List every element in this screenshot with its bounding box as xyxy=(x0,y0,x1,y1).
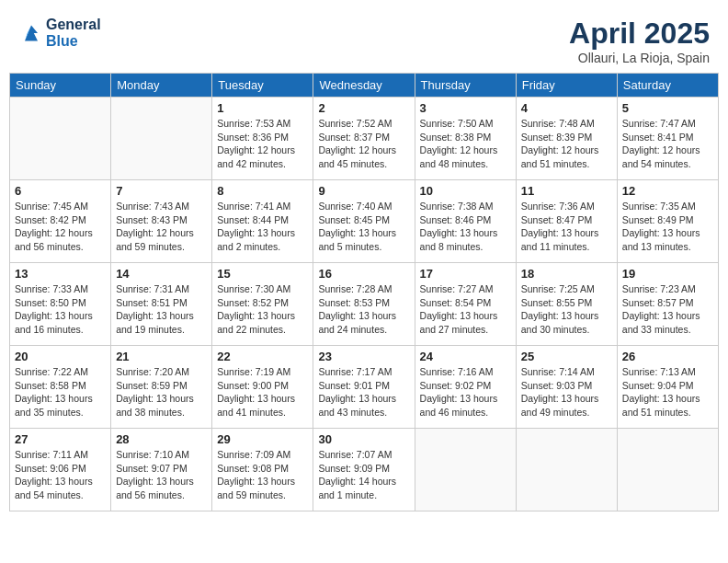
day-info: Sunrise: 7:53 AM Sunset: 8:36 PM Dayligh… xyxy=(217,117,308,171)
day-info: Sunrise: 7:25 AM Sunset: 8:55 PM Dayligh… xyxy=(521,282,612,337)
calendar-cell xyxy=(10,98,111,180)
day-info: Sunrise: 7:14 AM Sunset: 9:03 PM Dayligh… xyxy=(521,365,612,419)
day-header-thursday: Thursday xyxy=(415,74,516,98)
day-header-wednesday: Wednesday xyxy=(313,74,415,98)
day-number: 7 xyxy=(116,184,207,198)
calendar-cell: 23Sunrise: 7:17 AM Sunset: 9:01 PM Dayli… xyxy=(313,346,415,429)
day-number: 3 xyxy=(420,101,511,115)
day-number: 24 xyxy=(420,350,511,363)
day-number: 13 xyxy=(15,267,106,281)
day-info: Sunrise: 7:28 AM Sunset: 8:53 PM Dayligh… xyxy=(318,282,409,337)
calendar-cell: 26Sunrise: 7:13 AM Sunset: 9:04 PM Dayli… xyxy=(617,346,718,429)
page-header: General Blue April 2025 Ollauri, La Rioj… xyxy=(9,9,719,69)
day-number: 9 xyxy=(318,184,409,198)
calendar-cell: 9Sunrise: 7:40 AM Sunset: 8:45 PM Daylig… xyxy=(313,180,415,263)
day-info: Sunrise: 7:43 AM Sunset: 8:43 PM Dayligh… xyxy=(116,200,207,254)
day-number: 11 xyxy=(521,184,612,198)
day-info: Sunrise: 7:10 AM Sunset: 9:07 PM Dayligh… xyxy=(116,448,207,502)
calendar-cell: 30Sunrise: 7:07 AM Sunset: 9:09 PM Dayli… xyxy=(313,429,415,511)
calendar-cell: 15Sunrise: 7:30 AM Sunset: 8:52 PM Dayli… xyxy=(212,263,313,346)
day-number: 25 xyxy=(521,350,612,363)
logo: General Blue xyxy=(18,17,101,50)
logo-icon xyxy=(18,20,44,46)
location: Ollauri, La Rioja, Spain xyxy=(569,51,710,65)
calendar-cell: 20Sunrise: 7:22 AM Sunset: 8:58 PM Dayli… xyxy=(10,346,111,429)
svg-marker-0 xyxy=(25,26,38,41)
day-info: Sunrise: 7:20 AM Sunset: 8:59 PM Dayligh… xyxy=(116,365,207,419)
calendar-cell: 18Sunrise: 7:25 AM Sunset: 8:55 PM Dayli… xyxy=(516,263,617,346)
day-number: 1 xyxy=(217,101,308,115)
day-number: 20 xyxy=(15,350,106,363)
calendar-cell: 29Sunrise: 7:09 AM Sunset: 9:08 PM Dayli… xyxy=(212,429,313,511)
calendar-cell: 21Sunrise: 7:20 AM Sunset: 8:59 PM Dayli… xyxy=(111,346,212,429)
calendar-cell: 8Sunrise: 7:41 AM Sunset: 8:44 PM Daylig… xyxy=(212,180,313,263)
calendar-cell: 1Sunrise: 7:53 AM Sunset: 8:36 PM Daylig… xyxy=(212,98,313,180)
day-info: Sunrise: 7:22 AM Sunset: 8:58 PM Dayligh… xyxy=(15,365,106,419)
calendar-cell: 10Sunrise: 7:38 AM Sunset: 8:46 PM Dayli… xyxy=(415,180,516,263)
day-number: 23 xyxy=(318,350,409,363)
day-info: Sunrise: 7:17 AM Sunset: 9:01 PM Dayligh… xyxy=(318,365,409,419)
day-info: Sunrise: 7:47 AM Sunset: 8:41 PM Dayligh… xyxy=(622,117,713,171)
calendar-cell: 2Sunrise: 7:52 AM Sunset: 8:37 PM Daylig… xyxy=(313,98,415,180)
day-number: 30 xyxy=(318,432,409,446)
calendar-cell: 25Sunrise: 7:14 AM Sunset: 9:03 PM Dayli… xyxy=(516,346,617,429)
day-number: 5 xyxy=(622,101,713,115)
day-header-sunday: Sunday xyxy=(10,74,111,98)
day-info: Sunrise: 7:35 AM Sunset: 8:49 PM Dayligh… xyxy=(622,200,713,254)
calendar-cell: 24Sunrise: 7:16 AM Sunset: 9:02 PM Dayli… xyxy=(415,346,516,429)
day-info: Sunrise: 7:33 AM Sunset: 8:50 PM Dayligh… xyxy=(15,282,106,337)
calendar-cell: 3Sunrise: 7:50 AM Sunset: 8:38 PM Daylig… xyxy=(415,98,516,180)
day-number: 19 xyxy=(622,267,713,281)
day-header-saturday: Saturday xyxy=(617,74,718,98)
day-info: Sunrise: 7:50 AM Sunset: 8:38 PM Dayligh… xyxy=(420,117,511,171)
day-info: Sunrise: 7:23 AM Sunset: 8:57 PM Dayligh… xyxy=(622,282,713,337)
day-info: Sunrise: 7:31 AM Sunset: 8:51 PM Dayligh… xyxy=(116,282,207,337)
day-number: 21 xyxy=(116,350,207,363)
day-number: 12 xyxy=(622,184,713,198)
day-number: 8 xyxy=(217,184,308,198)
calendar-cell: 4Sunrise: 7:48 AM Sunset: 8:39 PM Daylig… xyxy=(516,98,617,180)
day-number: 10 xyxy=(420,184,511,198)
day-info: Sunrise: 7:45 AM Sunset: 8:42 PM Dayligh… xyxy=(15,200,106,254)
calendar-week-row: 20Sunrise: 7:22 AM Sunset: 8:58 PM Dayli… xyxy=(10,346,719,429)
day-info: Sunrise: 7:30 AM Sunset: 8:52 PM Dayligh… xyxy=(217,282,308,337)
day-number: 27 xyxy=(15,432,106,446)
day-number: 28 xyxy=(116,432,207,446)
calendar-cell: 6Sunrise: 7:45 AM Sunset: 8:42 PM Daylig… xyxy=(10,180,111,263)
calendar-week-row: 1Sunrise: 7:53 AM Sunset: 8:36 PM Daylig… xyxy=(10,98,719,180)
day-info: Sunrise: 7:11 AM Sunset: 9:06 PM Dayligh… xyxy=(15,448,106,502)
month-title: April 2025 xyxy=(569,17,710,51)
calendar-cell: 14Sunrise: 7:31 AM Sunset: 8:51 PM Dayli… xyxy=(111,263,212,346)
calendar-cell: 22Sunrise: 7:19 AM Sunset: 9:00 PM Dayli… xyxy=(212,346,313,429)
day-info: Sunrise: 7:38 AM Sunset: 8:46 PM Dayligh… xyxy=(420,200,511,254)
day-number: 15 xyxy=(217,267,308,281)
calendar-cell: 19Sunrise: 7:23 AM Sunset: 8:57 PM Dayli… xyxy=(617,263,718,346)
day-number: 4 xyxy=(521,101,612,115)
calendar-cell xyxy=(617,429,718,511)
day-number: 6 xyxy=(15,184,106,198)
logo-text: General Blue xyxy=(46,17,101,50)
calendar-header-row: SundayMondayTuesdayWednesdayThursdayFrid… xyxy=(10,74,719,98)
calendar-cell: 7Sunrise: 7:43 AM Sunset: 8:43 PM Daylig… xyxy=(111,180,212,263)
calendar-table: SundayMondayTuesdayWednesdayThursdayFrid… xyxy=(9,73,719,511)
calendar-week-row: 6Sunrise: 7:45 AM Sunset: 8:42 PM Daylig… xyxy=(10,180,719,263)
day-number: 18 xyxy=(521,267,612,281)
calendar-cell: 27Sunrise: 7:11 AM Sunset: 9:06 PM Dayli… xyxy=(10,429,111,511)
calendar-cell: 5Sunrise: 7:47 AM Sunset: 8:41 PM Daylig… xyxy=(617,98,718,180)
calendar-cell: 28Sunrise: 7:10 AM Sunset: 9:07 PM Dayli… xyxy=(111,429,212,511)
day-number: 14 xyxy=(116,267,207,281)
calendar-cell: 16Sunrise: 7:28 AM Sunset: 8:53 PM Dayli… xyxy=(313,263,415,346)
day-number: 2 xyxy=(318,101,409,115)
day-number: 29 xyxy=(217,432,308,446)
day-header-friday: Friday xyxy=(516,74,617,98)
calendar-cell xyxy=(516,429,617,511)
day-info: Sunrise: 7:48 AM Sunset: 8:39 PM Dayligh… xyxy=(521,117,612,171)
day-info: Sunrise: 7:19 AM Sunset: 9:00 PM Dayligh… xyxy=(217,365,308,419)
calendar-cell: 13Sunrise: 7:33 AM Sunset: 8:50 PM Dayli… xyxy=(10,263,111,346)
calendar-cell: 12Sunrise: 7:35 AM Sunset: 8:49 PM Dayli… xyxy=(617,180,718,263)
calendar-cell xyxy=(415,429,516,511)
calendar-cell xyxy=(111,98,212,180)
day-info: Sunrise: 7:52 AM Sunset: 8:37 PM Dayligh… xyxy=(318,117,409,171)
day-info: Sunrise: 7:07 AM Sunset: 9:09 PM Dayligh… xyxy=(318,448,409,502)
day-number: 17 xyxy=(420,267,511,281)
